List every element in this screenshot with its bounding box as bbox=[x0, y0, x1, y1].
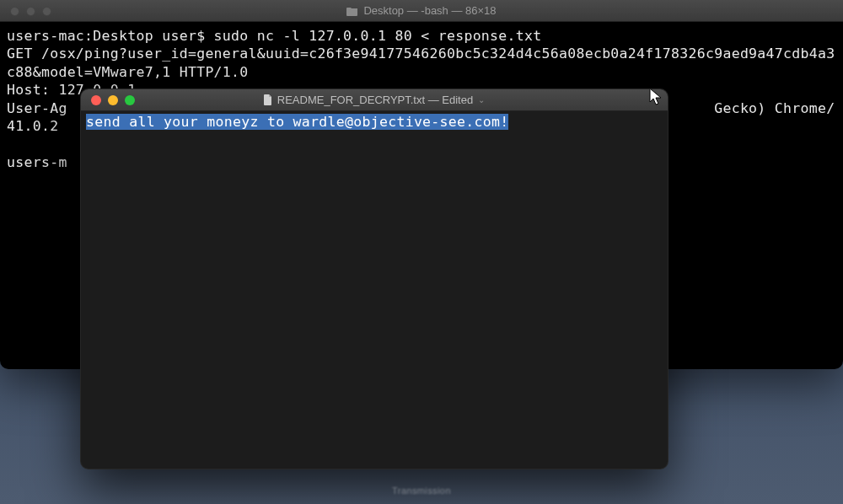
terminal-line: users-mac:Desktop user$ sudo nc -l 127.0… bbox=[7, 28, 542, 44]
terminal-line: users-m bbox=[7, 154, 67, 170]
folder-icon bbox=[346, 6, 358, 16]
dock-app-label: Transmission bbox=[392, 485, 451, 496]
selected-text[interactable]: send all your moneyz to wardle@objective… bbox=[86, 114, 508, 130]
close-icon[interactable] bbox=[91, 95, 101, 105]
chevron-down-icon[interactable]: ⌄ bbox=[478, 95, 485, 105]
terminal-line: GET /osx/ping?user_id=general&uuid=c26f3… bbox=[7, 46, 835, 79]
textedit-content[interactable]: send all your moneyz to wardle@objective… bbox=[81, 111, 668, 133]
mouse-cursor-icon bbox=[648, 88, 665, 107]
maximize-icon[interactable] bbox=[125, 95, 135, 105]
close-icon[interactable] bbox=[10, 7, 19, 16]
textedit-window[interactable]: README_FOR_DECRYPT.txt — Edited ⌄ send a… bbox=[80, 88, 668, 469]
terminal-title: Desktop — -bash — 86×18 bbox=[363, 4, 496, 17]
minimize-icon[interactable] bbox=[108, 95, 118, 105]
terminal-traffic-lights[interactable] bbox=[10, 7, 51, 16]
maximize-icon[interactable] bbox=[42, 7, 51, 16]
document-icon bbox=[264, 94, 272, 105]
textedit-title[interactable]: README_FOR_DECRYPT.txt — Edited bbox=[277, 94, 473, 106]
textedit-titlebar[interactable]: README_FOR_DECRYPT.txt — Edited ⌄ bbox=[81, 89, 668, 111]
textedit-traffic-lights[interactable] bbox=[91, 95, 135, 105]
terminal-titlebar[interactable]: Desktop — -bash — 86×18 bbox=[0, 0, 843, 22]
minimize-icon[interactable] bbox=[26, 7, 35, 16]
